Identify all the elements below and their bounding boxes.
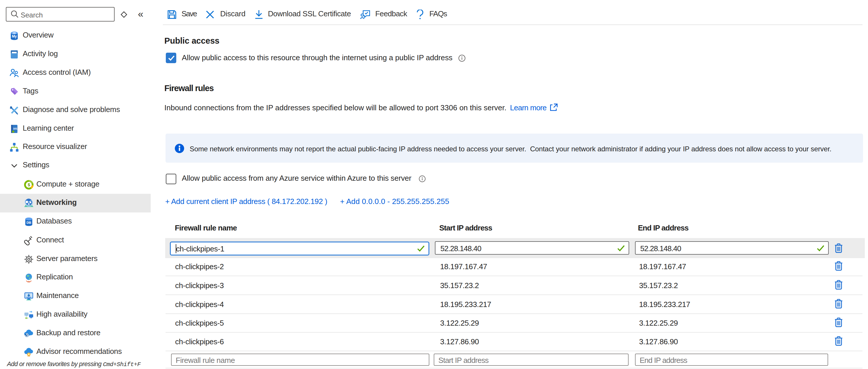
- svg-text:$: $: [28, 182, 30, 187]
- svg-text:101: 101: [13, 127, 18, 130]
- svg-text:My: My: [12, 34, 17, 38]
- svg-text:DB: DB: [27, 221, 31, 224]
